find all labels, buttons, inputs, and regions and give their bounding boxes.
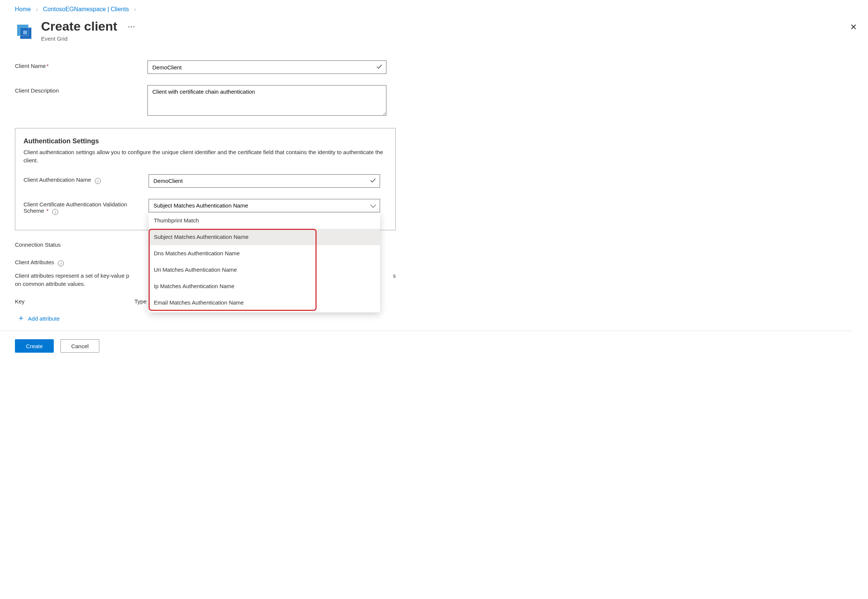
column-type-header: Type [134,298,147,304]
authentication-settings-title: Authentication Settings [24,137,387,145]
plus-icon: + [19,314,24,322]
info-icon[interactable]: i [52,209,58,215]
client-attributes-label: Client Attributes [15,259,54,265]
validation-scheme-dropdown[interactable]: Subject Matches Authentication Name [149,199,380,212]
info-icon[interactable]: i [95,178,101,184]
validation-scheme-option[interactable]: Dns Matches Authentication Name [149,245,380,262]
info-icon[interactable]: i [58,260,64,266]
validation-scheme-option[interactable]: Uri Matches Authentication Name [149,262,380,278]
resource-icon [15,22,33,39]
add-attribute-button[interactable]: + Add attribute [15,313,60,324]
chevron-right-icon: › [36,6,38,12]
breadcrumb-home[interactable]: Home [15,6,31,13]
client-description-textarea[interactable] [148,85,386,116]
validation-scheme-option[interactable]: Ip Matches Authentication Name [149,278,380,295]
client-name-label: Client Name* [15,60,148,69]
close-icon[interactable]: ✕ [846,20,860,35]
authentication-settings-description: Client authentication settings allow you… [24,148,387,165]
client-description-label: Client Description [15,85,148,94]
breadcrumb-namespace[interactable]: ContosoEGNamespace | Clients [43,6,129,13]
column-key-header: Key [15,298,134,304]
validation-scheme-label: Client Certificate Authentication Valida… [24,199,149,215]
more-actions-button[interactable]: ⋯ [128,23,136,31]
cancel-button[interactable]: Cancel [60,339,99,353]
breadcrumb: Home › ContosoEGNamespace | Clients › [15,0,853,20]
svg-rect-3 [23,31,27,34]
validation-scheme-option[interactable]: Thumbprint Match [149,212,380,229]
page-title: Create client [41,20,117,33]
chevron-right-icon: › [134,6,136,12]
page-subtitle: Event Grid [41,35,136,42]
validation-scheme-option[interactable]: Email Matches Authentication Name [149,295,380,311]
client-name-input[interactable] [148,60,386,74]
client-auth-name-label: Client Authentication Name i [24,174,149,184]
create-button[interactable]: Create [15,339,54,353]
authentication-settings-section: Authentication Settings Client authentic… [15,128,396,230]
validation-scheme-dropdown-panel: Thumbprint MatchSubject Matches Authenti… [149,212,380,312]
validation-scheme-option[interactable]: Subject Matches Authentication Name [149,229,380,245]
client-auth-name-input[interactable] [149,174,380,188]
